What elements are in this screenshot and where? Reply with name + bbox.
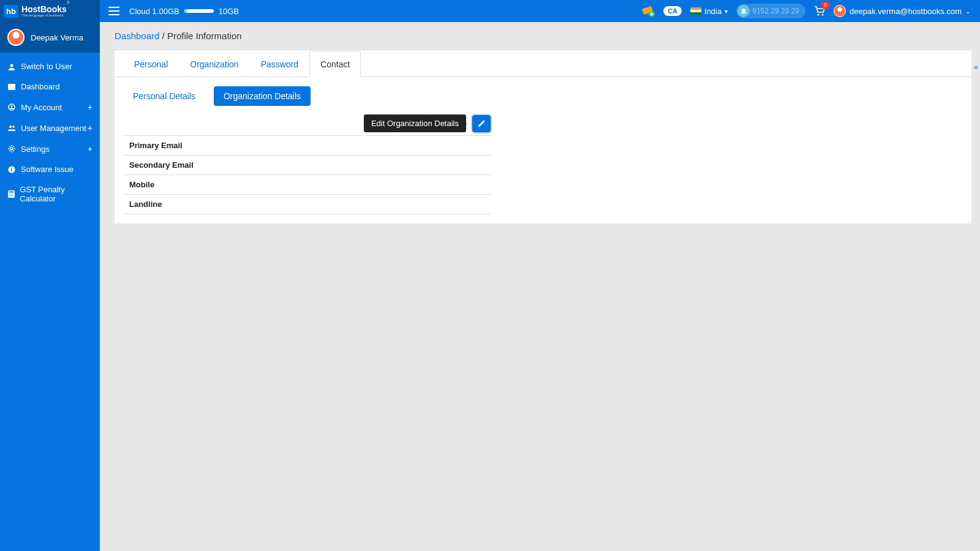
edit-row: Edit Organization Details	[123, 114, 491, 132]
svg-point-11	[10, 148, 13, 150]
sidebar-item-software-issue[interactable]: Software Issue	[0, 159, 100, 179]
gear-icon	[7, 145, 16, 152]
logo-main-text: HostBooks	[21, 5, 67, 13]
cloud-progress-bar	[184, 9, 214, 13]
sidebar-item-dashboard[interactable]: Dashboard	[0, 77, 100, 97]
user-menu[interactable]: deepak.verma@hostbooks.com ⌄	[834, 5, 970, 17]
svg-point-18	[10, 193, 11, 194]
sidebar-item-label: GST Penalty Calculator	[20, 185, 92, 203]
sidebar-item-settings[interactable]: Settings+	[0, 138, 100, 159]
ca-badge[interactable]: CA	[663, 6, 682, 16]
flag-icon	[690, 7, 701, 15]
header-right: CA India ▾ 9152 29 29 29 0 deepak.verma@…	[641, 0, 980, 22]
breadcrumb-current: Profile Information	[167, 31, 242, 41]
logo-reg-mark: ®	[67, 1, 70, 5]
avatar-icon	[834, 5, 846, 17]
sidebar-user-block[interactable]: Deepak Verma	[0, 22, 100, 53]
cloud-total: 10GB	[219, 7, 239, 16]
main-content: Dashboard / Profile Information Personal…	[100, 22, 980, 223]
field-landline: Landline	[123, 195, 491, 214]
profile-card: PersonalOrganizationPasswordContact Pers…	[115, 50, 971, 223]
country-selector[interactable]: India ▾	[690, 7, 728, 16]
sidebar-item-label: Settings	[21, 144, 50, 154]
cart-count-badge: 0	[821, 1, 830, 9]
svg-point-5	[10, 64, 13, 67]
contact-section: Personal DetailsOrganization Details Edi…	[115, 77, 971, 223]
svg-point-20	[9, 195, 10, 196]
calc-icon	[7, 190, 15, 198]
sidebar-item-switch-to-user[interactable]: Switch to User	[0, 56, 100, 77]
users-icon	[7, 124, 16, 132]
ticket-icon[interactable]	[641, 6, 655, 17]
country-name: India	[704, 7, 722, 16]
subtab-personal-details[interactable]: Personal Details	[123, 86, 205, 106]
dash-icon	[7, 84, 16, 90]
breadcrumb: Dashboard / Profile Information	[100, 22, 980, 50]
field-secondary-email: Secondary Email	[123, 156, 491, 175]
tab-contact[interactable]: Contact	[309, 51, 361, 77]
main-tabs: PersonalOrganizationPasswordContact	[115, 50, 971, 77]
support-phone[interactable]: 9152 29 29 29	[736, 4, 805, 18]
svg-point-21	[10, 195, 11, 196]
pencil-icon	[477, 119, 486, 128]
svg-rect-6	[8, 84, 15, 90]
cart-button[interactable]: 0	[814, 6, 825, 16]
tab-password[interactable]: Password	[250, 51, 309, 77]
svg-point-4	[821, 14, 823, 16]
chevron-down-icon: ▾	[725, 8, 728, 15]
sidebar-item-label: Switch to User	[21, 62, 72, 71]
expand-icon: +	[88, 144, 92, 154]
subtab-organization-details[interactable]: Organization Details	[214, 86, 311, 106]
svg-point-13	[11, 167, 12, 168]
field-primary-email: Primary Email	[123, 136, 491, 156]
sub-tabs: Personal DetailsOrganization Details	[123, 86, 963, 106]
tab-personal[interactable]: Personal	[123, 51, 179, 77]
logo-text-wrap: HostBooks ® The language of business	[21, 5, 70, 17]
support-number: 9152 29 29 29	[752, 7, 804, 15]
field-mobile: Mobile	[123, 175, 491, 195]
org-details-block: Edit Organization Details Primary EmailS…	[123, 114, 491, 214]
svg-point-9	[9, 126, 12, 128]
breadcrumb-sep: /	[159, 31, 167, 41]
breadcrumb-root[interactable]: Dashboard	[115, 31, 159, 41]
sidebar-nav: Switch to UserDashboardMy Account+User M…	[0, 56, 100, 209]
cloud-usage: Cloud 1.00GB	[129, 7, 179, 16]
user-email: deepak.verma@hostbooks.com	[850, 7, 962, 16]
cloud-label: Cloud	[129, 7, 150, 16]
top-header: hb HostBooks ® The language of business …	[0, 0, 980, 22]
sidebar-item-my-account[interactable]: My Account+	[0, 97, 100, 118]
chevron-down-icon: ⌄	[965, 8, 970, 15]
user-icon	[7, 63, 16, 70]
expand-icon: +	[88, 123, 92, 133]
svg-point-19	[12, 193, 13, 194]
svg-rect-16	[9, 192, 13, 193]
sidebar-item-gst-penalty-calculator[interactable]: GST Penalty Calculator	[0, 179, 100, 209]
svg-point-10	[12, 126, 15, 128]
headset-icon	[737, 5, 750, 17]
expand-icon: +	[88, 102, 92, 112]
info-icon	[7, 166, 16, 173]
sidebar-item-label: Dashboard	[21, 82, 60, 91]
account-icon	[7, 103, 16, 111]
svg-point-22	[12, 195, 13, 196]
svg-rect-14	[11, 169, 12, 171]
edit-button[interactable]	[472, 115, 491, 132]
field-list: Primary EmailSecondary EmailMobileLandli…	[123, 135, 491, 214]
sidebar-item-user-management[interactable]: User Management+	[0, 118, 100, 138]
svg-point-17	[9, 193, 10, 194]
logo-tagline: The language of business	[21, 13, 70, 17]
svg-point-3	[817, 14, 819, 16]
sidebar: Deepak Verma Switch to UserDashboardMy A…	[0, 22, 100, 232]
logo[interactable]: hb HostBooks ® The language of business	[0, 0, 100, 22]
edit-tooltip: Edit Organization Details	[364, 114, 466, 132]
sidebar-user-name: Deepak Verma	[31, 33, 83, 42]
sidebar-item-label: My Account	[21, 103, 62, 112]
avatar-icon	[7, 29, 24, 46]
svg-point-8	[11, 105, 13, 107]
collapse-panel-icon[interactable]: «	[972, 59, 980, 75]
sidebar-item-label: User Management	[21, 124, 86, 133]
hamburger-icon[interactable]	[108, 7, 119, 15]
logo-hb-badge: hb	[4, 5, 18, 18]
sidebar-item-label: Software Issue	[21, 165, 74, 174]
tab-organization[interactable]: Organization	[179, 51, 249, 77]
